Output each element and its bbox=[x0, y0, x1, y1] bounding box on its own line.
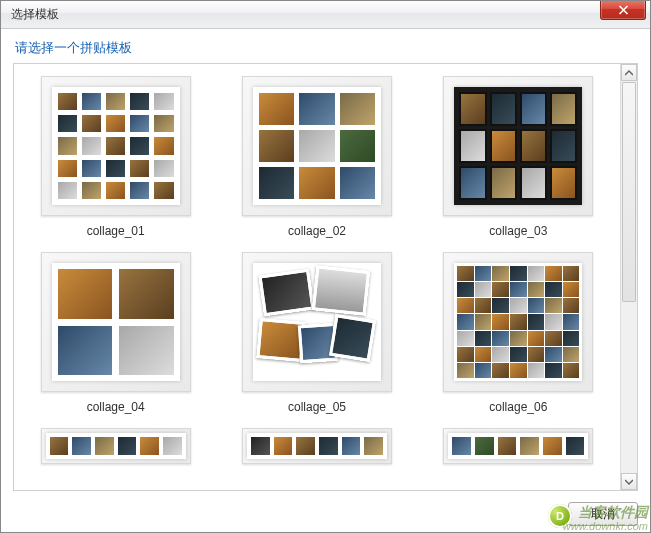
scroll-up-button[interactable] bbox=[621, 64, 637, 81]
template-item-collage-02[interactable]: collage_02 bbox=[219, 72, 414, 242]
template-label: collage_04 bbox=[87, 400, 145, 414]
template-thumb bbox=[443, 76, 593, 216]
template-panel: collage_01 collage_02 bbox=[13, 63, 638, 491]
template-item-partial[interactable] bbox=[18, 424, 213, 468]
template-thumb bbox=[443, 428, 593, 464]
template-scroll-area: collage_01 collage_02 bbox=[14, 64, 620, 490]
template-item-collage-06[interactable]: collage_06 bbox=[421, 248, 616, 418]
template-item-collage-01[interactable]: collage_01 bbox=[18, 72, 213, 242]
template-item-collage-04[interactable]: collage_04 bbox=[18, 248, 213, 418]
chevron-up-icon bbox=[625, 70, 633, 76]
template-item-partial[interactable] bbox=[219, 424, 414, 468]
template-item-partial[interactable] bbox=[421, 424, 616, 468]
template-label: collage_05 bbox=[288, 400, 346, 414]
title-bar: 选择模板 bbox=[1, 1, 650, 29]
template-label: collage_03 bbox=[489, 224, 547, 238]
cancel-button[interactable]: 取消 bbox=[568, 502, 638, 526]
template-thumb bbox=[242, 252, 392, 392]
scrollbar-thumb[interactable] bbox=[622, 82, 636, 302]
template-item-collage-03[interactable]: collage_03 bbox=[421, 72, 616, 242]
template-thumb bbox=[242, 76, 392, 216]
template-label: collage_06 bbox=[489, 400, 547, 414]
scroll-down-button[interactable] bbox=[621, 473, 637, 490]
template-thumb bbox=[41, 252, 191, 392]
chevron-down-icon bbox=[625, 479, 633, 485]
template-thumb bbox=[41, 428, 191, 464]
template-grid: collage_01 collage_02 bbox=[18, 72, 616, 468]
template-thumb bbox=[443, 252, 593, 392]
template-thumb bbox=[242, 428, 392, 464]
template-thumb bbox=[41, 76, 191, 216]
dialog-footer: 取消 bbox=[568, 502, 638, 526]
template-label: collage_01 bbox=[87, 224, 145, 238]
window-title: 选择模板 bbox=[11, 6, 59, 23]
close-icon bbox=[618, 5, 629, 15]
template-item-collage-05[interactable]: collage_05 bbox=[219, 248, 414, 418]
close-button[interactable] bbox=[600, 0, 646, 20]
instruction-text: 请选择一个拼贴模板 bbox=[1, 29, 650, 63]
vertical-scrollbar[interactable] bbox=[620, 64, 637, 490]
template-label: collage_02 bbox=[288, 224, 346, 238]
